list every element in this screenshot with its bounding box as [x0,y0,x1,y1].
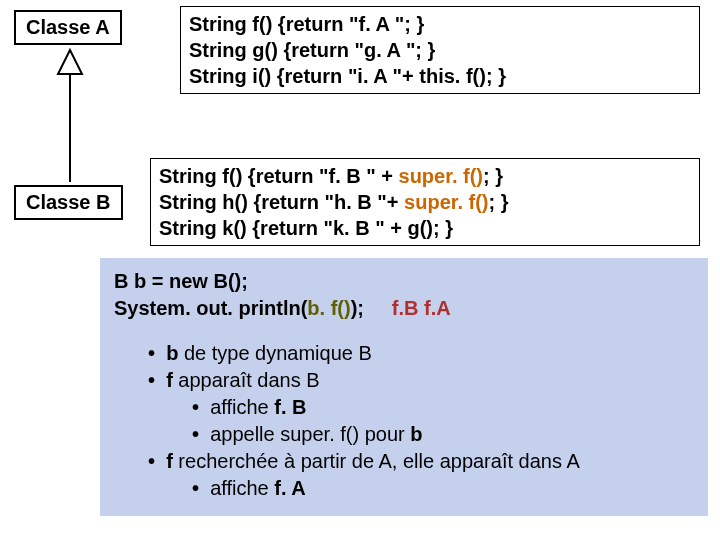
class-a-label: Classe A [26,16,110,38]
class-b-method-f: String f() {return "f. B " + super. f();… [159,163,691,189]
note-3: • f recherchée à partir de A, elle appar… [114,448,694,475]
class-b-methods: String f() {return "f. B " + super. f();… [150,158,700,246]
svg-marker-0 [58,50,82,74]
note-3a: • affiche f. A [114,475,694,502]
class-a-method-i: String i() {return "i. A "+ this. f(); } [189,63,691,89]
note-1: • b de type dynamique B [114,340,694,367]
note-2b: • appelle super. f() pour b [114,421,694,448]
class-a-method-f: String f() {return "f. A "; } [189,11,691,37]
class-b-method-h: String h() {return "h. B "+ super. f(); … [159,189,691,215]
class-a-box: Classe A [14,10,122,45]
note-2a: • affiche f. B [114,394,694,421]
inheritance-arrow-icon [50,46,90,186]
class-b-box: Classe B [14,185,123,220]
note-2: • f apparaît dans B [114,367,694,394]
exec-line-2: System. out. println(b. f()); f.B f.A [114,295,694,322]
exec-line-1: B b = new B(); [114,268,694,295]
class-b-method-k: String k() {return "k. B " + g(); } [159,215,691,241]
class-a-methods: String f() {return "f. A "; } String g()… [180,6,700,94]
class-a-method-g: String g() {return "g. A "; } [189,37,691,63]
class-b-label: Classe B [26,191,111,213]
exec-output: f.B f.A [392,297,451,319]
output-panel: B b = new B(); System. out. println(b. f… [100,258,708,516]
